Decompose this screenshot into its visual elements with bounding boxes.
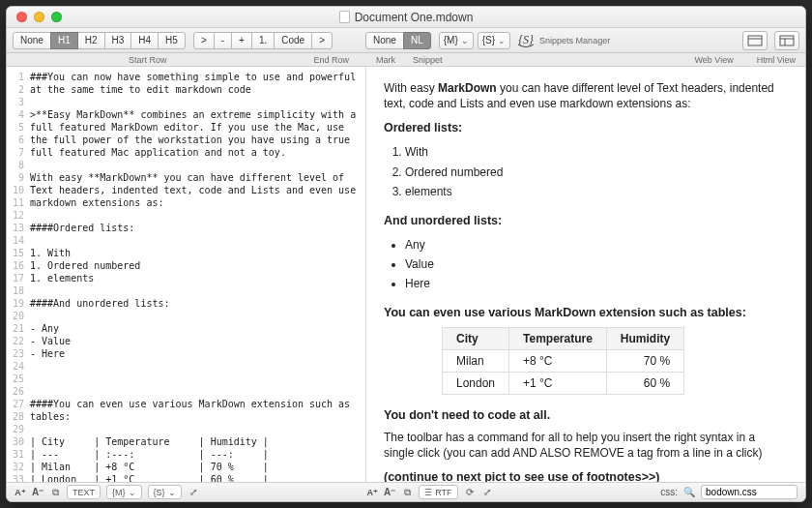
table-row: Milan+8 °C70 % xyxy=(443,349,684,372)
app-logo-icon: {S} xyxy=(514,30,537,51)
preview-unordered-list: AnyValueHere xyxy=(405,235,788,294)
snippets-manager-label[interactable]: Snippets Manager xyxy=(539,36,610,45)
titlebar: Document One.mdown xyxy=(7,7,805,28)
preview-h-ordered: Ordered lists: xyxy=(384,121,788,134)
html-view-button[interactable] xyxy=(774,31,799,50)
insert-btn-3[interactable]: 1. xyxy=(251,32,275,49)
insert-btn-4[interactable]: Code xyxy=(274,32,312,49)
heading-none-button[interactable]: None xyxy=(13,32,51,49)
text-mode-button[interactable]: TEXT xyxy=(67,485,101,499)
toolbar-sublabels: Start Row End Row Mark Snippet Web View … xyxy=(7,53,805,67)
preview-h-nocoding: You don't need to code at all. xyxy=(384,408,788,422)
s-dropdown[interactable]: {S} xyxy=(478,32,510,49)
insert-btn-2[interactable]: + xyxy=(231,32,252,49)
svg-rect-1 xyxy=(748,36,762,45)
row-nl-button[interactable]: NL xyxy=(403,32,431,49)
insert-btn-5[interactable]: > xyxy=(311,32,333,49)
snippet-label: Snippet xyxy=(407,55,449,65)
list-item: Any xyxy=(405,235,788,254)
preview-pane: With easy MarkDown you can have differen… xyxy=(366,67,805,482)
close-icon[interactable] xyxy=(16,12,27,22)
html-view-label: Html View xyxy=(751,55,801,65)
list-item: With xyxy=(405,142,788,162)
expand-right-icon[interactable]: ⤢ xyxy=(481,487,493,498)
statusbar-left: A⁺ A⁻ ⧉ TEXT {M} ⌄ {S} ⌄ ⤢ A⁺ A⁻ ⧉ ☰ RTF… xyxy=(7,482,805,501)
list-item: elements xyxy=(405,182,788,201)
code-area[interactable]: ###You can now have something simple to … xyxy=(28,67,365,482)
heading-h1-button[interactable]: H1 xyxy=(50,32,78,49)
app-window: Document One.mdown NoneH1H2H3H4H5 >-+1.C… xyxy=(6,6,806,502)
copy-icon[interactable]: ⧉ xyxy=(49,487,61,498)
m-status[interactable]: {M} ⌄ xyxy=(106,485,142,499)
web-view-button[interactable] xyxy=(742,31,768,50)
heading-h3-button[interactable]: H3 xyxy=(104,32,132,49)
preview-h-tables: You can even use various MarkDown extens… xyxy=(384,306,788,319)
heading-h5-button[interactable]: H5 xyxy=(158,32,186,49)
start-row-label: Start Row xyxy=(123,55,173,65)
end-row-label: End Row xyxy=(308,55,356,65)
list-item: Ordered numbered xyxy=(405,163,788,182)
heading-segment: NoneH1H2H3H4H5 xyxy=(13,32,186,49)
preview-table: CityTemperatureHumidityMilan+8 °C70 %Lon… xyxy=(442,327,684,395)
markdown-editor[interactable]: 1 2 3 4 5 6 7 8 9 10 11 12 13 14 15 16 1… xyxy=(7,67,366,482)
minimize-icon[interactable] xyxy=(34,12,44,22)
font-smaller-icon-2[interactable]: A⁺ xyxy=(366,487,378,498)
css-file-field[interactable] xyxy=(701,485,798,499)
list-item: Value xyxy=(405,254,788,274)
font-larger-icon-2[interactable]: A⁻ xyxy=(384,487,395,498)
preview-ordered-list: WithOrdered numberedelements xyxy=(405,142,788,201)
preview-intro: With easy MarkDown you can have differen… xyxy=(384,80,788,111)
row-segment: NoneNL xyxy=(365,32,431,49)
zoom-icon[interactable] xyxy=(51,12,62,22)
heading-h4-button[interactable]: H4 xyxy=(130,32,159,49)
list-item: Here xyxy=(405,274,788,293)
table-row: London+1 °C60 % xyxy=(443,372,684,394)
preview-h-continue: (continue to next pict to see use of foo… xyxy=(384,470,788,482)
s-status[interactable]: {S} ⌄ xyxy=(148,485,182,499)
web-view-label: Web View xyxy=(688,55,739,65)
preview-h-unordered: And unordered lists: xyxy=(384,214,788,227)
font-smaller-icon[interactable]: A⁺ xyxy=(14,487,26,498)
table-header: City xyxy=(443,327,509,349)
font-larger-icon[interactable]: A⁻ xyxy=(32,487,44,498)
svg-rect-3 xyxy=(780,36,794,45)
line-number-gutter: 1 2 3 4 5 6 7 8 9 10 11 12 13 14 15 16 1… xyxy=(7,67,28,482)
mark-label: Mark xyxy=(370,55,401,65)
table-header: Humidity xyxy=(606,327,683,349)
copy-icon-2[interactable]: ⧉ xyxy=(401,487,413,498)
insert-btn-1[interactable]: - xyxy=(214,32,232,49)
preview-nocoding-text: The toolbar has a command for all to hel… xyxy=(384,430,788,461)
insert-btn-0[interactable]: > xyxy=(193,32,215,49)
search-icon[interactable]: 🔍 xyxy=(683,487,695,498)
document-icon xyxy=(339,11,350,23)
svg-text:{S}: {S} xyxy=(518,33,534,46)
rtf-button[interactable]: ☰ RTF xyxy=(419,485,457,499)
row-none-button[interactable]: None xyxy=(365,32,404,49)
heading-h2-button[interactable]: H2 xyxy=(77,32,105,49)
toolbar: NoneH1H2H3H4H5 >-+1.Code> NoneNL {M} {S}… xyxy=(7,28,805,53)
table-header: Temperature xyxy=(509,327,607,349)
m-dropdown[interactable]: {M} xyxy=(439,32,474,49)
window-title: Document One.mdown xyxy=(355,11,474,24)
css-label: css: xyxy=(660,487,678,497)
insert-segment: >-+1.Code> xyxy=(193,32,333,49)
expand-left-icon[interactable]: ⤢ xyxy=(188,487,199,498)
reload-icon[interactable]: ⟳ xyxy=(464,487,476,498)
